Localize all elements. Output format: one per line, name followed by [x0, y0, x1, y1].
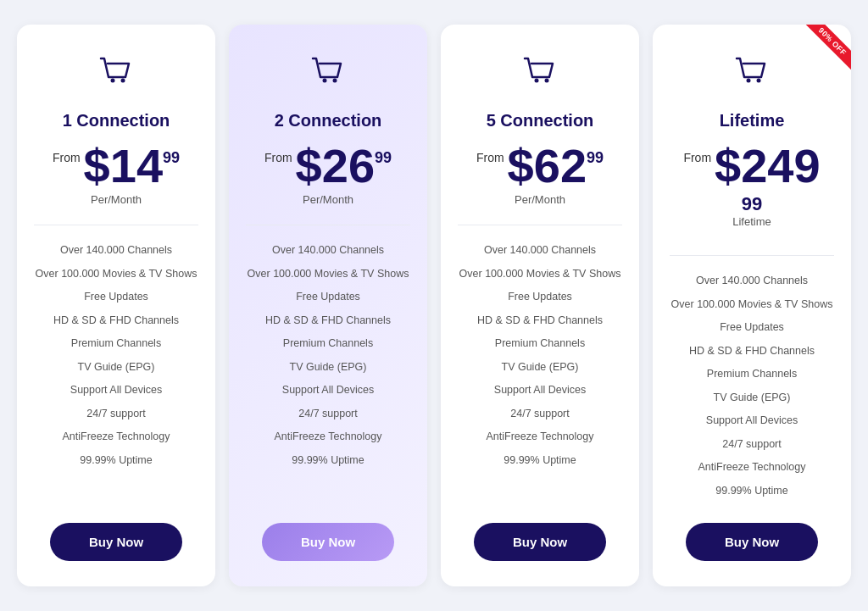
feature-item: Premium Channels	[670, 363, 834, 386]
price-cents: 99	[163, 149, 180, 167]
feature-item: 24/7 support	[34, 403, 198, 426]
price-from-label: From	[476, 151, 504, 164]
cart-icon	[518, 50, 562, 94]
price-row: From $62 99	[476, 142, 604, 190]
svg-point-2	[323, 79, 327, 83]
price-period: Per/Month	[91, 193, 142, 206]
feature-item: 24/7 support	[458, 403, 622, 426]
feature-item: Premium Channels	[246, 332, 410, 356]
cart-icon	[730, 50, 774, 94]
cart-icon-wrapper	[94, 50, 138, 97]
feature-item: Over 140.000 Channels	[670, 269, 834, 293]
divider	[246, 225, 410, 225]
svg-point-7	[757, 79, 761, 83]
price-row: From $26 99	[264, 142, 392, 190]
price-cents: 99	[375, 149, 392, 167]
price-main: $14	[84, 142, 163, 190]
feature-item: Over 140.000 Channels	[34, 239, 198, 263]
divider	[670, 255, 834, 256]
price-main: $26	[296, 142, 375, 190]
features-list: Over 140.000 ChannelsOver 100.000 Movies…	[246, 239, 410, 503]
feature-item: Free Updates	[246, 286, 410, 309]
feature-item: 99.99% Uptime	[458, 449, 622, 473]
features-list: Over 140.000 ChannelsOver 100.000 Movies…	[670, 269, 834, 503]
price-period: Per/Month	[303, 193, 353, 206]
feature-item: TV Guide (EPG)	[458, 356, 622, 380]
buy-button[interactable]: Buy Now	[262, 523, 393, 561]
feature-item: TV Guide (EPG)	[34, 356, 198, 380]
cart-icon-wrapper	[306, 50, 350, 97]
feature-item: AntiFreeze Technology	[34, 425, 198, 449]
divider	[458, 225, 622, 225]
feature-item: Free Updates	[34, 286, 198, 309]
svg-point-5	[545, 79, 549, 83]
discount-badge: 90% OFF	[804, 25, 851, 70]
feature-item: TV Guide (EPG)	[670, 386, 834, 410]
badge-corner: 90% OFF	[792, 25, 851, 84]
svg-point-1	[121, 79, 125, 83]
pricing-card-plan-lifetime: 90% OFF Lifetime From $249 99 Lifetime O…	[653, 25, 851, 586]
buy-button[interactable]: Buy Now	[50, 523, 181, 561]
feature-item: Free Updates	[458, 286, 622, 309]
card-title: 2 Connection	[275, 111, 382, 131]
price-row: From $14 99	[53, 142, 180, 190]
pricing-card-plan-5: 5 Connection From $62 99 Per/Month Over …	[441, 25, 639, 586]
divider	[34, 225, 198, 225]
feature-item: 24/7 support	[670, 433, 834, 457]
price-main: $62	[508, 142, 587, 190]
svg-point-6	[747, 79, 751, 83]
card-title: 5 Connection	[487, 111, 594, 131]
feature-item: Over 100.000 Movies & TV Shows	[246, 263, 410, 286]
feature-item: Support All Devices	[670, 409, 834, 433]
pricing-card-plan-1: 1 Connection From $14 99 Per/Month Over …	[17, 25, 215, 586]
price-period: Lifetime	[732, 215, 771, 228]
feature-item: Support All Devices	[246, 379, 410, 403]
feature-item: 99.99% Uptime	[246, 449, 410, 473]
feature-item: Free Updates	[670, 316, 834, 340]
feature-item: AntiFreeze Technology	[670, 456, 834, 480]
feature-item: Support All Devices	[34, 379, 198, 403]
price-from-label: From	[264, 151, 292, 164]
feature-item: HD & SD & FHD Channels	[246, 309, 410, 333]
svg-point-0	[111, 79, 115, 83]
card-title: 1 Connection	[63, 111, 170, 131]
feature-item: 99.99% Uptime	[34, 449, 198, 473]
feature-item: 99.99% Uptime	[670, 480, 834, 503]
cart-icon-wrapper	[730, 50, 774, 97]
card-title: Lifetime	[720, 111, 785, 131]
feature-item: Premium Channels	[34, 332, 198, 356]
feature-item: AntiFreeze Technology	[458, 425, 622, 449]
feature-item: Over 100.000 Movies & TV Shows	[670, 293, 834, 317]
pricing-card-plan-2: 2 Connection From $26 99 Per/Month Over …	[229, 25, 427, 586]
buy-button[interactable]: Buy Now	[474, 523, 605, 561]
cart-icon-wrapper	[518, 50, 562, 97]
price-from-label: From	[683, 151, 711, 164]
cart-icon	[94, 50, 138, 94]
feature-item: HD & SD & FHD Channels	[34, 309, 198, 333]
feature-item: Support All Devices	[458, 379, 622, 403]
price-row: From $249	[683, 142, 820, 190]
features-list: Over 140.000 ChannelsOver 100.000 Movies…	[458, 239, 622, 503]
price-from-label: From	[53, 151, 81, 164]
feature-item: Over 140.000 Channels	[246, 239, 410, 263]
feature-item: TV Guide (EPG)	[246, 356, 410, 380]
feature-item: Over 100.000 Movies & TV Shows	[458, 263, 622, 286]
feature-item: Premium Channels	[458, 332, 622, 356]
feature-item: AntiFreeze Technology	[246, 425, 410, 449]
pricing-container: 1 Connection From $14 99 Per/Month Over …	[17, 25, 851, 586]
svg-point-4	[535, 79, 539, 83]
price-period: Per/Month	[515, 193, 565, 206]
feature-item: 24/7 support	[246, 403, 410, 426]
features-list: Over 140.000 ChannelsOver 100.000 Movies…	[34, 239, 198, 503]
price-cents: 99	[587, 149, 604, 167]
feature-item: Over 100.000 Movies & TV Shows	[34, 263, 198, 286]
feature-item: HD & SD & FHD Channels	[458, 309, 622, 333]
feature-item: Over 140.000 Channels	[458, 239, 622, 263]
svg-point-3	[333, 79, 337, 83]
feature-item: HD & SD & FHD Channels	[670, 340, 834, 364]
cart-icon	[306, 50, 350, 94]
price-99: 99	[742, 193, 762, 215]
buy-button[interactable]: Buy Now	[686, 523, 817, 561]
price-main: $249	[715, 142, 821, 190]
